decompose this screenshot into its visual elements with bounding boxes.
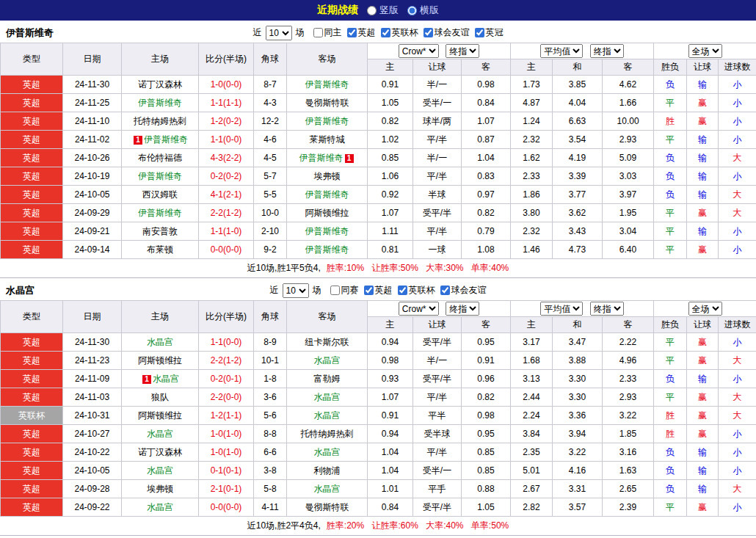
checkbox[interactable]	[313, 28, 323, 37]
asia-odds-company-select[interactable]: Crow*	[399, 302, 439, 316]
away-team-cell[interactable]: 托特纳姆热刺	[287, 425, 368, 443]
away-team-cell[interactable]: 莱斯特城	[287, 131, 368, 149]
layout-option-vertical[interactable]: 竖版	[367, 4, 399, 17]
away-team-cell[interactable]: 水晶宫	[287, 388, 368, 407]
home-team-cell[interactable]: 埃弗顿	[122, 480, 199, 498]
home-team-cell[interactable]: 1水晶宫	[122, 370, 199, 388]
checkbox[interactable]	[330, 286, 340, 295]
goals-cell: 小	[719, 498, 756, 517]
away-team-cell[interactable]: 水晶宫	[287, 352, 368, 370]
vertical-layout-radio[interactable]	[367, 6, 377, 15]
europe-odds-company-select[interactable]: 平均值	[540, 302, 583, 316]
away-team-cell[interactable]: 水晶宫	[287, 407, 368, 425]
checkbox[interactable]	[424, 28, 433, 37]
away-team-cell[interactable]: 伊普斯维奇	[287, 241, 368, 259]
away-team-cell[interactable]: 曼彻斯特联	[287, 498, 368, 517]
home-team-cell[interactable]: 诺丁汉森林	[122, 443, 199, 462]
home-team-cell[interactable]: 布伦特福德	[122, 149, 199, 167]
away-team-cell[interactable]: 埃弗顿	[287, 167, 368, 186]
horizontal-layout-radio[interactable]	[407, 6, 417, 15]
checkbox[interactable]	[347, 28, 357, 37]
goals-cell: 小	[719, 222, 756, 241]
home-team-cell[interactable]: 伊普斯维奇	[122, 204, 199, 222]
away-team-cell[interactable]: 曼彻斯特联	[287, 94, 368, 112]
filter-checkbox-3[interactable]: 球会友谊	[440, 284, 487, 297]
euro-draw-odds-cell: 6.63	[553, 112, 603, 131]
asia-odds-time-select[interactable]: 终指	[446, 302, 479, 316]
away-team-cell[interactable]: 伊普斯维奇	[287, 76, 368, 94]
league-type-cell: 英超	[1, 112, 63, 131]
away-team-cell[interactable]: 伊普斯维奇	[287, 222, 368, 241]
match-count-select[interactable]: 10	[266, 26, 292, 40]
away-team-cell[interactable]: 水晶宫	[287, 443, 368, 462]
checkbox[interactable]	[475, 28, 484, 37]
home-team-cell[interactable]: 伊普斯维奇	[122, 94, 199, 112]
euro-draw-odds-cell: 3.57	[553, 498, 603, 517]
away-team-cell[interactable]: 富勒姆	[287, 370, 368, 388]
league-type-cell: 英超	[1, 94, 63, 112]
filter-checkbox-3[interactable]: 球会友谊	[424, 26, 470, 39]
away-team-cell[interactable]: 伊普斯维奇	[287, 186, 368, 204]
filter-checkbox-0[interactable]: 同主	[313, 26, 342, 39]
goals-cell: 大	[719, 204, 756, 222]
home-team-cell[interactable]: 阿斯顿维拉	[122, 352, 199, 370]
filter-checkbox-2[interactable]: 英联杯	[381, 26, 418, 39]
euro-home-odds-cell: 2.33	[511, 167, 553, 186]
layout-option-horizontal[interactable]: 横版	[407, 4, 439, 17]
home-team-cell[interactable]: 诺丁汉森林	[122, 76, 199, 94]
europe-odds-time-select[interactable]: 终指	[590, 44, 624, 58]
away-team-cell[interactable]: 纽卡斯尔联	[287, 333, 368, 352]
asia-handicap-cell: 受半/一	[413, 462, 462, 480]
filter-checkbox-0[interactable]: 同赛	[330, 284, 359, 297]
home-team-cell[interactable]: 伊普斯维奇	[122, 167, 199, 186]
home-team-cell[interactable]: 水晶宫	[122, 333, 199, 352]
result-cell: 负	[654, 76, 687, 94]
filter-checkbox-1[interactable]: 英超	[364, 284, 393, 297]
handicap-result-cell: 输	[687, 370, 719, 388]
home-team-cell[interactable]: 狼队	[122, 388, 199, 407]
away-team-name: 伊普斯维奇	[305, 244, 349, 255]
home-team-cell[interactable]: 阿斯顿维拉	[122, 407, 199, 425]
euro-away-odds-cell: 1.63	[603, 462, 654, 480]
scope-select[interactable]: 全场	[688, 44, 722, 58]
away-team-cell[interactable]: 利物浦	[287, 462, 368, 480]
checkbox[interactable]	[398, 286, 407, 295]
scope-select[interactable]: 全场	[688, 302, 722, 316]
match-count-select[interactable]: 10	[283, 283, 309, 298]
europe-odds-time-select[interactable]: 终指	[590, 302, 624, 316]
league-type-cell: 英超	[1, 131, 63, 149]
asia-handicap-cell: 半/一	[413, 352, 462, 370]
corner-cell: 10-1	[254, 352, 287, 370]
checkbox[interactable]	[364, 286, 374, 295]
corner-cell: 8-9	[254, 333, 287, 352]
asia-home-odds-cell: 0.84	[368, 498, 413, 517]
europe-odds-company-select[interactable]: 平均值	[540, 44, 583, 58]
red-card-badge: 1	[134, 136, 142, 145]
asia-home-odds-cell: 1.01	[368, 480, 413, 498]
checkbox[interactable]	[381, 28, 390, 37]
league-type-cell: 英超	[1, 149, 63, 167]
home-team-cell[interactable]: 托特纳姆热刺	[122, 112, 199, 131]
home-team-cell[interactable]: 水晶宫	[122, 462, 199, 480]
home-team-cell[interactable]: 水晶宫	[122, 425, 199, 443]
home-team-cell[interactable]: 水晶宫	[122, 498, 199, 517]
home-team-cell[interactable]: 布莱顿	[122, 241, 199, 259]
filter-checkbox-2[interactable]: 英联杯	[398, 284, 435, 297]
away-team-cell[interactable]: 伊普斯维奇	[287, 112, 368, 131]
goals-cell: 大	[719, 388, 756, 407]
handicap-result-cell: 输	[687, 186, 719, 204]
home-team-cell[interactable]: 南安普敦	[122, 222, 199, 241]
away-team-cell[interactable]: 水晶宫	[287, 480, 368, 498]
home-team-cell[interactable]: 1伊普斯维奇	[122, 131, 199, 149]
col-header-euro-away: 客	[603, 317, 654, 333]
asia-odds-time-select[interactable]: 终指	[446, 44, 479, 58]
away-team-cell[interactable]: 阿斯顿维拉	[287, 204, 368, 222]
filter-checkbox-4[interactable]: 英冠	[475, 26, 504, 39]
away-team-cell[interactable]: 伊普斯维奇1	[287, 149, 368, 167]
asia-odds-company-select[interactable]: Crow*	[399, 44, 439, 58]
checkbox[interactable]	[440, 286, 450, 295]
home-team-cell[interactable]: 西汉姆联	[122, 186, 199, 204]
col-header-asia-away: 客	[462, 59, 511, 76]
home-team-name: 水晶宫	[147, 337, 173, 347]
filter-checkbox-1[interactable]: 英超	[347, 26, 376, 39]
